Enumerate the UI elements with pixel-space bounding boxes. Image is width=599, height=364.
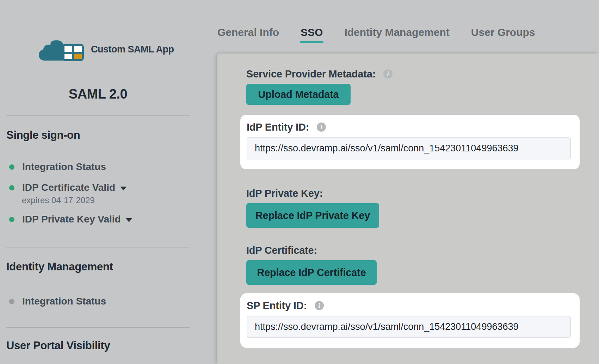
section-title-identity-management: Identity Management bbox=[6, 261, 113, 273]
sidebar-divider bbox=[6, 327, 190, 328]
chevron-down-icon[interactable] bbox=[126, 218, 132, 222]
sso-tab-panel: Service Provider Metadata: i Upload Meta… bbox=[217, 54, 599, 364]
idp-certificate-row: IdP Certificate: bbox=[246, 245, 599, 255]
status-dot-green-icon bbox=[9, 185, 14, 190]
tab-sso[interactable]: SSO bbox=[301, 26, 323, 38]
sp-entity-id-label: SP Entity ID: bbox=[247, 300, 307, 312]
tab-bar: General Info SSO Identity Management Use… bbox=[217, 25, 535, 40]
chevron-down-icon[interactable] bbox=[120, 187, 126, 190]
sidebar-item-idp-certificate-valid[interactable]: IDP Certificate Valid bbox=[6, 182, 197, 193]
app-logo-title: Custom SAML App bbox=[91, 44, 174, 55]
tab-general-info[interactable]: General Info bbox=[217, 26, 279, 38]
idp-entity-id-input[interactable]: https://sso.devramp.ai/sso/v1/saml/conn_… bbox=[247, 137, 571, 159]
sp-entity-id-input[interactable]: https://sso.devramp.ai/sso/v1/saml/conn_… bbox=[247, 316, 571, 338]
certificate-expiry-text: expires 04-17-2029 bbox=[22, 195, 95, 205]
section-title-single-sign-on: Single sign-on bbox=[6, 129, 80, 142]
cloud-shape bbox=[39, 40, 63, 61]
info-icon[interactable]: i bbox=[383, 69, 393, 79]
info-icon[interactable]: i bbox=[315, 301, 324, 310]
replace-idp-certificate-button[interactable]: Replace IdP Certificate bbox=[246, 260, 377, 285]
status-dot-gray-icon bbox=[9, 299, 14, 304]
protocol-title: SAML 2.0 bbox=[6, 87, 190, 102]
sidebar-item-idp-private-key-valid[interactable]: IDP Private Key Valid bbox=[6, 214, 197, 225]
sidebar-item-idm-integration-status: Integration Status bbox=[6, 296, 197, 307]
sidebar-item-integration-status: Integration Status bbox=[6, 161, 197, 172]
status-dot-green-icon bbox=[9, 217, 14, 222]
idp-entity-id-card: IdP Entity ID: i https://sso.devramp.ai/… bbox=[240, 115, 580, 169]
info-icon[interactable]: i bbox=[317, 123, 326, 132]
tab-identity-management[interactable]: Identity Management bbox=[344, 26, 449, 38]
idp-entity-id-label: IdP Entity ID: bbox=[247, 121, 309, 133]
idp-private-key-label: IdP Private Key: bbox=[246, 188, 323, 199]
upload-metadata-button[interactable]: Upload Metadata bbox=[246, 84, 351, 105]
sp-entity-id-card: SP Entity ID: i https://sso.devramp.ai/s… bbox=[240, 293, 580, 348]
sp-entity-id-row: SP Entity ID: i bbox=[247, 301, 571, 310]
cloud-grid-logo-icon bbox=[39, 37, 87, 62]
sidebar-divider bbox=[6, 115, 190, 116]
sidebar: Custom SAML App SAML 2.0 Single sign-on … bbox=[0, 0, 217, 364]
status-dot-green-icon bbox=[9, 164, 14, 170]
idp-certificate-label: IdP Certificate: bbox=[246, 245, 317, 256]
tab-user-groups[interactable]: User Groups bbox=[471, 26, 535, 38]
idp-private-key-row: IdP Private Key: bbox=[246, 188, 599, 198]
idp-entity-id-row: IdP Entity ID: i bbox=[247, 122, 571, 132]
sidebar-divider bbox=[6, 247, 190, 247]
section-title-user-portal-visibility: User Portal Visibility bbox=[6, 339, 110, 352]
service-provider-metadata-label: Service Provider Metadata: bbox=[246, 68, 376, 80]
app-logo: Custom SAML App bbox=[39, 37, 174, 62]
replace-idp-private-key-button[interactable]: Replace IdP Private Key bbox=[246, 203, 379, 228]
service-provider-metadata-row: Service Provider Metadata: i bbox=[246, 69, 599, 79]
